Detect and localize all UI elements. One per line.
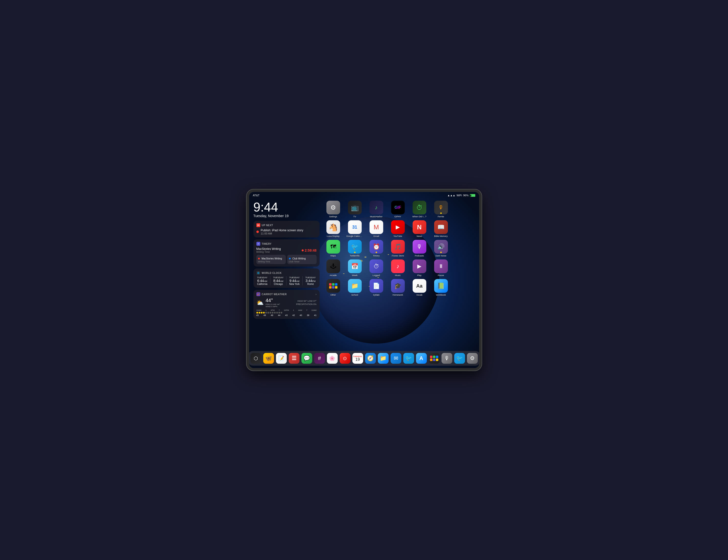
dock-appstore[interactable]: A [416,353,427,364]
app-whendidit[interactable]: ⏱ When Did I...? [411,201,428,218]
app-ferrite[interactable]: 🎙 Ferrite [433,201,449,218]
app-other[interactable]: Other [325,279,342,296]
app-play[interactable]: ▶ Play [411,260,428,277]
app-itunesstore[interactable]: 🎵 iTunes Store [390,240,406,257]
news-icon[interactable]: N [413,220,426,234]
logged-icon[interactable]: ⏱ [370,260,383,273]
app-giphy[interactable]: GIF GIPHY [390,201,406,218]
dock-twitter-icon[interactable]: 🐦 [403,353,414,364]
dock-files-icon[interactable]: 📁 [378,353,389,364]
app-darknoise[interactable]: 🔊 Dark Noise [433,240,449,257]
ferrite-icon[interactable]: 🎙 [434,201,448,215]
app-luna[interactable]: 🐴 Luna Display [325,220,342,238]
dock-touch-icon[interactable]: ⬡ [251,353,261,364]
dock-launchpad-icon[interactable] [429,353,440,364]
other-icon[interactable] [326,279,340,293]
app-vocab[interactable]: Aa Vocab [411,279,428,296]
dock-safari-icon[interactable]: 🧭 [365,353,376,364]
music-icon[interactable]: ♪ [391,260,405,273]
dock-reminders-icon[interactable]: ⊙ [340,353,350,364]
app-syllabi[interactable]: 📄 Syllabi [368,279,385,296]
dock-files[interactable]: 📁 [378,353,389,364]
dock-todoist-icon[interactable]: ☰ [289,353,299,364]
app-musicharbor[interactable]: ♪ MusicHarbor [368,201,385,218]
wc-california-city: California [256,283,268,285]
timery-app-icon[interactable]: ⏰ [370,240,383,254]
dock-safari[interactable]: 🧭 [365,353,376,364]
app-gcal[interactable]: 31 Google Calendar [346,220,363,238]
app-arcade[interactable]: 🕹 Arcade [325,260,342,277]
dock-calendar[interactable]: Tuesday 19 [352,353,363,364]
dock-settings-icon[interactable]: ⚙ [467,353,478,364]
app-music[interactable]: ♪ Music [390,260,406,277]
vocab-icon[interactable]: Aa [413,279,426,293]
syllabi-icon[interactable]: 📄 [370,279,383,293]
app-twitterrific[interactable]: 🐦 Twitterrific [346,240,363,257]
dock-reminders[interactable]: ⊙ [340,353,350,364]
dock-twitterrific-icon[interactable]: 🐦 [454,353,465,364]
pause-icon[interactable]: ⏸ [434,260,448,273]
pause-label: Pause [438,274,444,277]
dock-slack-icon[interactable]: # [314,353,325,364]
itunesstore-icon[interactable]: 🎵 [391,240,405,254]
app-maps[interactable]: 🗺 Maps [325,240,342,257]
dock-mail[interactable]: ✉ [391,353,401,364]
giphy-icon[interactable]: GIF [391,201,405,215]
app-homework[interactable]: 🎓 Homework [390,279,406,296]
dock-calendar-icon[interactable]: Tuesday 19 [352,353,363,364]
app-tv[interactable]: 📺 TV [346,201,363,218]
dock-launchpad[interactable] [429,353,440,364]
dock-twitterrific[interactable]: 🐦 [454,353,465,364]
tv-icon[interactable]: 📺 [348,201,362,215]
dock-notes-icon[interactable]: 📝 [276,353,287,364]
dock-tes-icon[interactable]: 🦋 [263,353,274,364]
app-news[interactable]: N News [411,220,428,238]
app-timery[interactable]: ⏰ Timery [368,240,385,257]
app-logged[interactable]: ⏱ Logged [368,260,385,277]
workbook-icon[interactable]: 📗 [434,279,448,293]
gcal-icon[interactable]: 31 [348,220,362,234]
timery-title: TIMERY [262,243,272,245]
dock-photos-icon[interactable]: 🌸 [327,353,338,364]
dock-messages[interactable]: 💬 [301,353,312,364]
whendidit-icon[interactable]: ⏱ [413,201,426,215]
twitterrific-icon[interactable]: 🐦 [348,240,362,254]
arcade-icon[interactable]: 🕹 [326,260,340,273]
dock-settings[interactable]: ⚙ [467,353,478,364]
dock-mail-icon[interactable]: ✉ [391,353,401,364]
app-gmail[interactable]: M Gmail [368,220,385,238]
play-icon[interactable]: ▶ [413,260,426,273]
app-bible[interactable]: 📖 Bible Memory [433,220,449,238]
maps-icon[interactable]: 🗺 [326,240,340,254]
settings-icon[interactable]: ⚙ [326,201,340,215]
dock-touch[interactable]: ⬡ [251,353,261,364]
app-youtube[interactable]: ▶ YouTube [390,220,406,238]
luna-icon[interactable]: 🐴 [326,220,340,234]
app-school[interactable]: 📁 School [346,279,363,296]
dock-mic[interactable]: 🎙 [442,353,452,364]
bible-label: Bible Memory [434,235,448,238]
app-podcasts[interactable]: 🎙 Podcasts [411,240,428,257]
dock-todoist[interactable]: ☰ [289,353,299,364]
dock-photos[interactable]: 🌸 [327,353,338,364]
school-icon[interactable]: 📁 [348,279,362,293]
youtube-icon[interactable]: ▶ [391,220,405,234]
app-week[interactable]: 📅 Week [346,260,363,277]
dock-messages-icon[interactable]: 💬 [301,353,312,364]
dock-tes[interactable]: 🦋 [263,353,274,364]
week-icon[interactable]: 📅 [348,260,362,273]
dock-twitter[interactable]: 🐦 [403,353,414,364]
app-settings[interactable]: ⚙ Settings [325,201,342,218]
dock-slack[interactable]: # [314,353,325,364]
dock-appstore-icon[interactable]: A [416,353,427,364]
gmail-icon[interactable]: M [370,220,383,234]
podcasts-icon[interactable]: 🎙 [413,240,426,254]
darknoise-icon[interactable]: 🔊 [434,240,448,254]
dock-mic-icon[interactable]: 🎙 [442,353,452,364]
app-pause[interactable]: ⏸ Pause [433,260,449,277]
dock-notes[interactable]: 📝 [276,353,287,364]
homework-icon[interactable]: 🎓 [391,279,405,293]
bible-icon[interactable]: 📖 [434,220,448,234]
musicharbor-icon[interactable]: ♪ [370,201,383,215]
app-workbook[interactable]: 📗 Workbook [433,279,449,296]
